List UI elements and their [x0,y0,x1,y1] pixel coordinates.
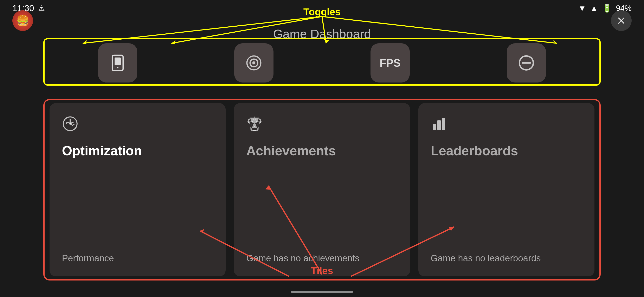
achievements-tile[interactable]: Achievements Game has no achievements [234,103,410,276]
battery-icon: 🔋 [602,4,612,13]
leaderboards-tile[interactable]: Leaderboards Game has no leaderboards [418,103,594,276]
home-indicator[interactable] [291,291,353,293]
close-button[interactable] [611,10,632,31]
tiles-section: Optimization Performance Achievements Ga… [50,103,594,276]
capture-toggle[interactable] [234,43,274,82]
toggles-row: FPS [50,41,594,85]
block-toggle[interactable] [507,43,546,82]
app-icon: 🍔 [12,10,33,31]
warning-icon: ⚠ [38,4,45,12]
svg-rect-20 [252,126,258,128]
fps-label: FPS [380,57,400,69]
svg-rect-23 [442,118,445,130]
optimization-subtitle: Performance [62,252,213,264]
optimization-title: Optimization [62,143,213,158]
fps-toggle[interactable]: FPS [370,43,410,82]
achievements-subtitle: Game has no achievements [246,252,398,264]
svg-rect-12 [114,57,121,65]
achievements-title: Achievements [246,143,398,158]
tiles-annotation-label: Tiles [311,265,333,276]
optimization-icon [62,115,213,133]
dashboard-title: Game Dashboard [273,27,371,41]
toggles-annotation-label: Toggles [304,6,340,17]
optimization-tile[interactable]: Optimization Performance [50,103,226,276]
screen-toggle[interactable] [98,43,137,82]
leaderboards-icon [431,115,582,133]
svg-rect-22 [437,120,441,130]
svg-point-15 [252,61,256,64]
achievements-icon [246,115,398,133]
svg-rect-19 [253,124,256,126]
leaderboards-subtitle: Game has no leaderboards [431,252,582,264]
signal-icon: ▲ [590,4,598,13]
svg-rect-21 [433,124,436,130]
wifi-icon: ▼ [578,4,586,13]
leaderboards-title: Leaderboards [431,143,582,158]
